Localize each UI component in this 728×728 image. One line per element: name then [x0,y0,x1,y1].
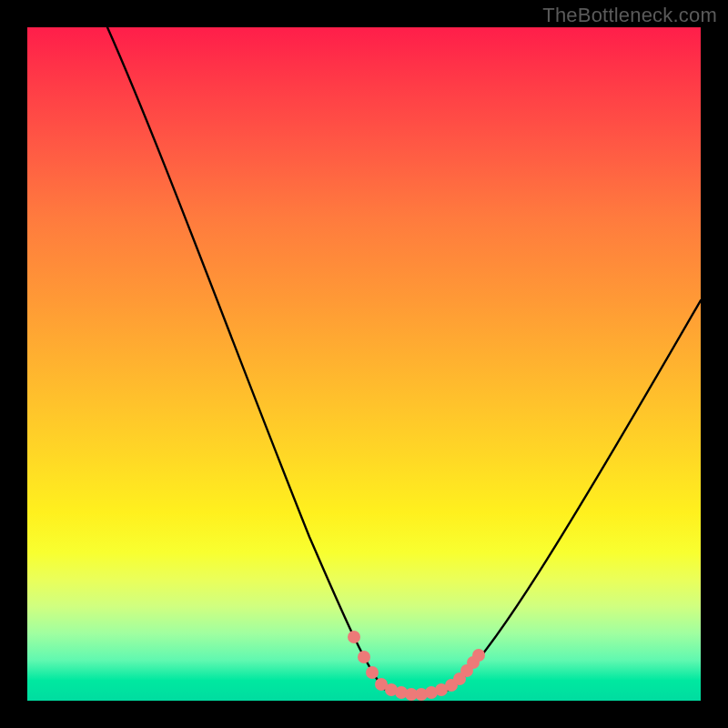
watermark-text: TheBottleneck.com [542,4,717,27]
marker-dot [358,651,370,663]
marker-dot [472,649,485,662]
chart-frame: TheBottleneck.com [0,0,728,728]
marker-dot [366,666,379,679]
bottleneck-curve-left [107,27,384,689]
chart-svg [27,27,701,701]
bottleneck-curve-right [451,300,701,689]
marker-dot [348,631,360,643]
